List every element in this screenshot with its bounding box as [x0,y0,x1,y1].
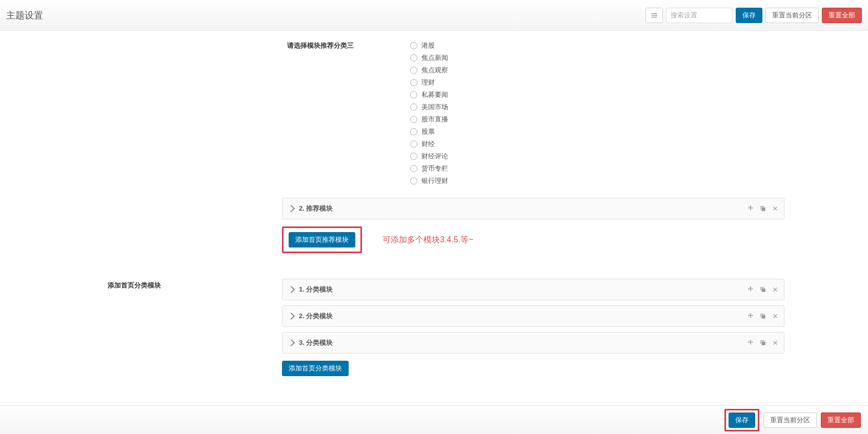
copy-icon[interactable] [759,286,766,293]
reset-current-button[interactable]: 重置当前分区 [765,8,819,23]
radio-option-label: 美国市场 [421,102,448,112]
radio-option[interactable]: 理财 [410,78,448,87]
radio-option[interactable]: 财经评论 [410,152,448,161]
header-actions: 保存 重置当前分区 重置全部 [645,8,862,23]
reset-all-button[interactable]: 重置全部 [822,8,862,23]
header-bar: 主题设置 保存 重置当前分区 重置全部 [0,0,868,31]
close-icon[interactable] [772,339,779,346]
radio-option[interactable]: 货币专栏 [410,164,448,173]
radio-option[interactable]: 股市直播 [410,115,448,124]
module-title: 3. 分类模块 [299,338,333,347]
move-icon[interactable] [747,313,754,320]
expand-toggle-button[interactable] [645,8,663,23]
radio-option-label: 港股 [421,41,435,50]
category-module-item[interactable]: 2. 分类模块 [282,305,784,327]
footer-save-button[interactable]: 保存 [729,412,755,428]
copy-icon[interactable] [759,313,766,320]
save-button[interactable]: 保存 [736,8,762,23]
module-item-actions [747,286,779,293]
section-label: 添加首页分类模块 [21,279,282,376]
radio-icon [410,79,417,86]
radio-icon [410,177,417,184]
module-item-actions [747,339,779,346]
category-module-item[interactable]: 1. 分类模块 [282,279,784,300]
recommend-category-section: 请选择模块推荐分类三 港股 焦点新闻 焦点观察 理财 私募要闻 美国市场 股市直… [0,31,868,253]
radio-option[interactable]: 私募要闻 [410,90,448,99]
indent-icon [651,12,658,19]
radio-icon [410,91,417,98]
radio-option-label: 焦点新闻 [421,53,448,63]
footer-reset-all-button[interactable]: 重置全部 [821,412,861,428]
radio-option-label: 股票 [421,127,435,136]
footer-reset-current-button[interactable]: 重置当前分区 [763,412,817,428]
radio-option[interactable]: 焦点观察 [410,66,448,75]
radio-icon [410,67,417,74]
radio-option-label: 理财 [421,78,435,87]
add-recommend-module-button[interactable]: 添加首页推荐模块 [289,232,355,247]
close-icon[interactable] [772,205,779,212]
radio-group-label: 请选择模块推荐分类三 [282,41,410,50]
footer-bar: 保存 重置当前分区 重置全部 [0,405,868,434]
radio-option-label: 私募要闻 [421,90,448,99]
radio-group-row: 请选择模块推荐分类三 港股 焦点新闻 焦点观察 理财 私募要闻 美国市场 股市直… [282,41,847,185]
radio-option[interactable]: 股票 [410,127,448,136]
radio-option-label: 财经 [421,139,435,149]
category-module-item[interactable]: 3. 分类模块 [282,332,784,354]
copy-icon[interactable] [759,205,766,212]
close-icon[interactable] [772,313,779,320]
close-icon[interactable] [772,286,779,293]
radio-icon [410,165,417,172]
recommend-module-item[interactable]: 2. 推荐模块 [282,198,784,219]
radio-icon [410,54,417,61]
module-title: 2. 推荐模块 [299,204,333,213]
chevron-right-icon [288,313,295,320]
radio-option[interactable]: 财经 [410,139,448,149]
radio-icon [410,116,417,123]
radio-icon [410,140,417,148]
annotation-highlight: 添加首页推荐模块 [282,226,362,253]
move-icon[interactable] [747,339,754,346]
chevron-right-icon [288,205,295,212]
chevron-right-icon [288,286,295,293]
module-item-actions [747,313,779,320]
radio-option-label: 股市直播 [421,115,448,124]
module-title: 1. 分类模块 [299,285,333,294]
search-input[interactable] [666,8,733,23]
chevron-right-icon [288,339,295,346]
radio-options-list: 港股 焦点新闻 焦点观察 理财 私募要闻 美国市场 股市直播 股票 财经 财经评… [410,41,448,185]
radio-icon [410,104,417,111]
page-title: 主题设置 [6,9,43,22]
radio-option-label: 货币专栏 [421,164,448,173]
move-icon[interactable] [747,205,754,212]
radio-option[interactable]: 美国市场 [410,102,448,112]
copy-icon[interactable] [759,339,766,346]
annotation-highlight: 保存 [724,409,759,431]
radio-option[interactable]: 银行理财 [410,176,448,185]
radio-option[interactable]: 焦点新闻 [410,53,448,63]
move-icon[interactable] [747,286,754,293]
radio-option-label: 银行理财 [421,176,448,185]
radio-icon [410,153,417,160]
radio-option-label: 财经评论 [421,152,448,161]
content-scroll[interactable]: 请选择模块推荐分类三 港股 焦点新闻 焦点观察 理财 私募要闻 美国市场 股市直… [0,31,868,405]
add-category-module-button[interactable]: 添加首页分类模块 [282,361,349,376]
radio-icon [410,128,417,135]
radio-option[interactable]: 港股 [410,41,448,50]
radio-option-label: 焦点观察 [421,66,448,75]
radio-icon [410,42,417,49]
module-item-actions [747,205,779,212]
category-section: 添加首页分类模块 1. 分类模块 2. 分类模块 [0,268,868,376]
annotation-text: 可添加多个模块3.4.5.等~ [382,235,473,245]
module-title: 2. 分类模块 [299,312,333,321]
